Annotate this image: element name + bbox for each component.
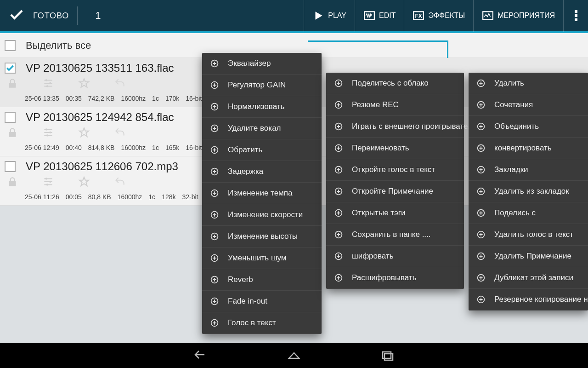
menu-item[interactable]: Удалить из закладок [469,181,588,202]
menu-item-label: Нормализовать [228,102,284,111]
menu-item-label: Переименовать [352,144,409,153]
menu-item-label: Задержка [228,167,263,176]
sliders-icon[interactable] [42,126,54,140]
star-icon[interactable] [78,176,90,190]
file-title: VP 20130625 133511 163.flac [26,62,174,75]
menu-item-label: Объединить [494,122,539,131]
menu-item[interactable]: Поделись с [469,202,588,224]
more-menu: УдалитьСочетанияОбъединитьконвертировать… [469,73,588,310]
menu-item-label: Изменение высоты [228,232,298,241]
action-bar: ГОТОВО 1 PLAY EDIT ЭФФЕКТЫ МЕРОПРИЯТИЯ [0,0,588,33]
menu-item[interactable]: Удалить голос в текст [469,224,588,246]
menu-item[interactable]: Откройте голос в текст [326,159,464,181]
menu-item[interactable]: Поделитесь с облако [326,73,464,94]
menu-item-label: Изменение скорости [228,210,303,219]
file-checkbox[interactable] [5,161,16,172]
play-button[interactable]: PLAY [304,0,355,32]
menu-item-label: Играть с внешнего проигрывателя [352,122,476,131]
menu-item[interactable]: Изменение темпа [202,183,322,204]
menu-item[interactable]: Открытые тэги [326,202,464,224]
menu-item-label: Обратить [228,145,262,155]
home-button[interactable] [286,347,302,364]
undo-icon[interactable] [114,176,126,190]
menu-item[interactable]: Изменение скорости [202,204,322,226]
menu-item-label: Эквалайзер [228,59,271,68]
menu-item[interactable]: Изменение высоты [202,226,322,247]
events-button[interactable]: МЕРОПРИЯТИЯ [473,0,563,32]
recent-button[interactable] [380,347,396,364]
menu-item-label: Откройте голос в текст [352,165,435,174]
system-nav [0,343,588,368]
menu-item[interactable]: Регулятор GAIN [202,75,322,96]
menu-item-label: Сочетания [494,100,533,109]
menu-item-label: Голос в текст [228,318,276,328]
menu-item[interactable]: Fade in-out [202,291,322,312]
selection-count: 1 [86,10,101,22]
menu-item[interactable]: Объединить [469,116,588,138]
menu-item-label: Резервное копирование на обла [494,295,588,304]
menu-item-label: Откройте Примечание [352,187,433,196]
menu-item-label: Сохранить в папке .... [352,230,431,239]
menu-item[interactable]: Закладки [469,159,588,181]
file-checkbox[interactable] [5,63,16,74]
menu-item[interactable]: шифровать [326,246,464,267]
menu-item-label: Поделись с [494,208,536,218]
menu-item-label: Удалите вокал [228,124,281,133]
menu-item-label: Удалить голос в текст [494,230,573,239]
menu-item[interactable]: Резюме REC [326,94,464,116]
menu-item-label: Поделитесь с облако [352,79,429,88]
star-icon[interactable] [78,126,90,140]
menu-item[interactable]: Нормализовать [202,96,322,118]
undo-icon[interactable] [114,126,126,140]
menu-item[interactable]: Удалите вокал [202,118,322,139]
done-button[interactable] [8,6,25,25]
actions-menu: Поделитесь с облакоРезюме RECИграть с вн… [326,73,464,289]
menu-item-label: Дубликат этой записи [494,273,573,282]
menu-item-label: Закладки [494,165,528,174]
menu-item[interactable]: Эквалайзер [202,53,322,75]
menu-item[interactable]: Сочетания [469,94,588,116]
star-icon[interactable] [78,77,90,91]
menu-item[interactable]: Играть с внешнего проигрывателя [326,116,464,138]
menu-item[interactable]: Переименовать [326,138,464,159]
menu-item[interactable]: Откройте Примечание [326,181,464,202]
menu-item[interactable]: конвертировать [469,138,588,159]
lock-icon [6,176,18,190]
menu-item[interactable]: Резервное копирование на обла [469,289,588,310]
menu-item[interactable]: Голос в текст [202,312,322,334]
menu-item[interactable]: Расшифровывать [326,267,464,289]
menu-item-label: конвертировать [494,144,552,153]
done-label: ГОТОВО [33,11,69,21]
undo-icon[interactable] [114,77,126,91]
menu-item-label: Изменение темпа [228,189,292,198]
select-all-checkbox[interactable] [5,40,16,51]
menu-item-label: Удалить Примечание [494,252,571,261]
sliders-icon[interactable] [42,176,54,190]
file-title: VP 20130625 112606 702.mp3 [26,160,178,173]
menu-item[interactable]: Сохранить в папке .... [326,224,464,246]
lock-icon [6,77,18,91]
menu-item[interactable]: Reverb [202,269,322,291]
overflow-button[interactable] [563,0,588,32]
menu-item-label: Удалить [494,79,524,88]
file-title: VP 20130625 124942 854.flac [26,111,174,124]
back-button[interactable] [192,347,208,364]
menu-item[interactable]: Уменьшить шум [202,247,322,269]
menu-item-label: шифровать [352,252,394,261]
menu-item[interactable]: Задержка [202,161,322,183]
file-checkbox[interactable] [5,112,16,123]
menu-item-label: Reverb [228,275,253,284]
menu-item[interactable]: Обратить [202,139,322,161]
menu-item-label: Fade in-out [228,297,267,306]
menu-item[interactable]: Удалить [469,73,588,94]
lock-icon [6,126,18,140]
effects-button[interactable]: ЭФФЕКТЫ [404,0,473,32]
edit-button[interactable]: EDIT [355,0,404,32]
menu-item-label: Открытые тэги [352,208,405,218]
menu-item[interactable]: Удалить Примечание [469,246,588,267]
menu-item[interactable]: Дубликат этой записи [469,267,588,289]
select-all-label: Выделить все [26,40,91,52]
sliders-icon[interactable] [42,77,54,91]
effects-menu: ЭквалайзерРегулятор GAINНормализоватьУда… [202,53,322,334]
menu-item-label: Расшифровывать [352,273,417,282]
